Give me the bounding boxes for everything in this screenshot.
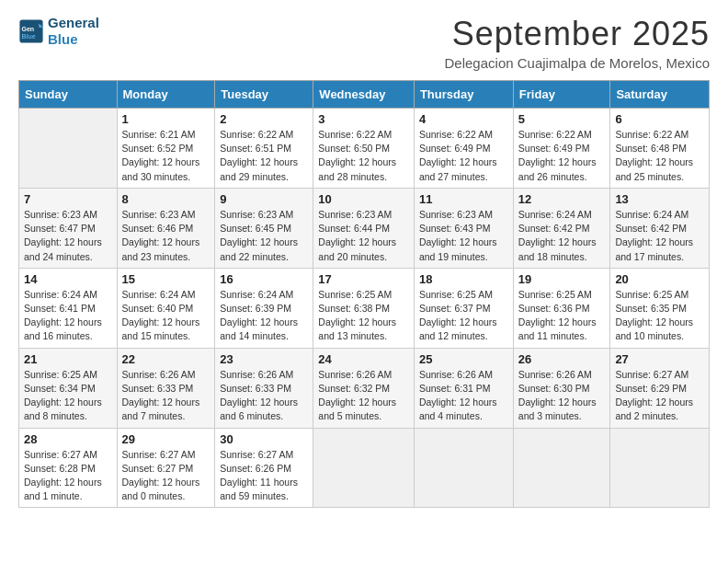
day-number: 11 <box>419 192 508 206</box>
day-info: Sunrise: 6:22 AMSunset: 6:50 PMDaylight:… <box>318 128 409 184</box>
day-info: Sunrise: 6:27 AMSunset: 6:26 PMDaylight:… <box>220 448 308 504</box>
day-info: Sunrise: 6:21 AMSunset: 6:52 PMDaylight:… <box>122 128 210 184</box>
day-info: Sunrise: 6:26 AMSunset: 6:33 PMDaylight:… <box>220 368 308 424</box>
header-friday: Friday <box>513 81 610 109</box>
day-number: 10 <box>318 192 409 206</box>
day-info: Sunrise: 6:25 AMSunset: 6:35 PMDaylight:… <box>615 288 704 344</box>
title-block: September 2025 Delegacion Cuajimalpa de … <box>445 15 710 71</box>
header-thursday: Thursday <box>414 81 513 109</box>
calendar-cell: 11Sunrise: 6:23 AMSunset: 6:43 PMDayligh… <box>414 188 513 268</box>
day-info: Sunrise: 6:26 AMSunset: 6:31 PMDaylight:… <box>419 368 508 424</box>
day-info: Sunrise: 6:22 AMSunset: 6:51 PMDaylight:… <box>220 128 308 184</box>
calendar-cell <box>610 428 710 508</box>
calendar-week-4: 21Sunrise: 6:25 AMSunset: 6:34 PMDayligh… <box>19 348 710 428</box>
calendar-cell <box>513 428 610 508</box>
day-number: 30 <box>220 432 308 446</box>
calendar-cell: 28Sunrise: 6:27 AMSunset: 6:28 PMDayligh… <box>19 428 118 508</box>
day-number: 2 <box>220 112 308 126</box>
calendar-cell: 29Sunrise: 6:27 AMSunset: 6:27 PMDayligh… <box>117 428 215 508</box>
calendar-cell: 22Sunrise: 6:26 AMSunset: 6:33 PMDayligh… <box>117 348 215 428</box>
calendar-cell: 16Sunrise: 6:24 AMSunset: 6:39 PMDayligh… <box>215 268 313 348</box>
logo-icon: Gen Blue <box>18 18 44 44</box>
calendar-cell: 6Sunrise: 6:22 AMSunset: 6:48 PMDaylight… <box>610 109 710 189</box>
day-info: Sunrise: 6:23 AMSunset: 6:44 PMDaylight:… <box>318 208 409 264</box>
day-number: 25 <box>419 352 508 366</box>
calendar-week-2: 7Sunrise: 6:23 AMSunset: 6:47 PMDaylight… <box>19 188 710 268</box>
calendar-week-1: 1Sunrise: 6:21 AMSunset: 6:52 PMDaylight… <box>19 109 710 189</box>
day-number: 8 <box>122 192 210 206</box>
calendar-cell: 5Sunrise: 6:22 AMSunset: 6:49 PMDaylight… <box>513 109 610 189</box>
day-info: Sunrise: 6:26 AMSunset: 6:33 PMDaylight:… <box>122 368 210 424</box>
day-info: Sunrise: 6:27 AMSunset: 6:28 PMDaylight:… <box>24 448 112 504</box>
day-number: 26 <box>518 352 606 366</box>
svg-text:Gen: Gen <box>22 26 35 32</box>
day-info: Sunrise: 6:23 AMSunset: 6:45 PMDaylight:… <box>220 208 308 264</box>
day-info: Sunrise: 6:22 AMSunset: 6:48 PMDaylight:… <box>615 128 704 184</box>
page-header: Gen Blue General Blue September 2025 Del… <box>18 15 710 71</box>
day-info: Sunrise: 6:24 AMSunset: 6:39 PMDaylight:… <box>220 288 308 344</box>
header-wednesday: Wednesday <box>313 81 415 109</box>
header-monday: Monday <box>117 81 215 109</box>
calendar-cell: 10Sunrise: 6:23 AMSunset: 6:44 PMDayligh… <box>313 188 415 268</box>
day-info: Sunrise: 6:22 AMSunset: 6:49 PMDaylight:… <box>518 128 606 184</box>
day-info: Sunrise: 6:27 AMSunset: 6:29 PMDaylight:… <box>615 368 704 424</box>
day-number: 12 <box>518 192 606 206</box>
header-tuesday: Tuesday <box>215 81 313 109</box>
day-number: 16 <box>220 272 308 286</box>
calendar-week-3: 14Sunrise: 6:24 AMSunset: 6:41 PMDayligh… <box>19 268 710 348</box>
calendar-cell: 18Sunrise: 6:25 AMSunset: 6:37 PMDayligh… <box>414 268 513 348</box>
day-info: Sunrise: 6:25 AMSunset: 6:38 PMDaylight:… <box>318 288 409 344</box>
day-info: Sunrise: 6:26 AMSunset: 6:32 PMDaylight:… <box>318 368 409 424</box>
calendar-table: SundayMondayTuesdayWednesdayThursdayFrid… <box>18 80 710 508</box>
calendar-cell: 1Sunrise: 6:21 AMSunset: 6:52 PMDaylight… <box>117 109 215 189</box>
day-number: 29 <box>122 432 210 446</box>
day-info: Sunrise: 6:26 AMSunset: 6:30 PMDaylight:… <box>518 368 606 424</box>
svg-text:Blue: Blue <box>22 33 36 40</box>
calendar-cell: 23Sunrise: 6:26 AMSunset: 6:33 PMDayligh… <box>215 348 313 428</box>
calendar-header-row: SundayMondayTuesdayWednesdayThursdayFrid… <box>19 81 710 109</box>
day-info: Sunrise: 6:22 AMSunset: 6:49 PMDaylight:… <box>419 128 508 184</box>
calendar-cell: 9Sunrise: 6:23 AMSunset: 6:45 PMDaylight… <box>215 188 313 268</box>
day-info: Sunrise: 6:23 AMSunset: 6:47 PMDaylight:… <box>24 208 112 264</box>
day-number: 3 <box>318 112 409 126</box>
day-info: Sunrise: 6:25 AMSunset: 6:36 PMDaylight:… <box>518 288 606 344</box>
logo: Gen Blue General Blue <box>18 15 99 48</box>
day-number: 22 <box>122 352 210 366</box>
day-number: 14 <box>24 272 112 286</box>
day-info: Sunrise: 6:23 AMSunset: 6:43 PMDaylight:… <box>419 208 508 264</box>
month-title: September 2025 <box>445 15 710 53</box>
day-info: Sunrise: 6:24 AMSunset: 6:42 PMDaylight:… <box>518 208 606 264</box>
day-number: 17 <box>318 272 409 286</box>
day-info: Sunrise: 6:24 AMSunset: 6:41 PMDaylight:… <box>24 288 112 344</box>
day-info: Sunrise: 6:25 AMSunset: 6:34 PMDaylight:… <box>24 368 112 424</box>
day-number: 20 <box>615 272 704 286</box>
day-info: Sunrise: 6:23 AMSunset: 6:46 PMDaylight:… <box>122 208 210 264</box>
header-sunday: Sunday <box>19 81 118 109</box>
calendar-cell <box>19 109 118 189</box>
calendar-cell: 20Sunrise: 6:25 AMSunset: 6:35 PMDayligh… <box>610 268 710 348</box>
calendar-cell <box>414 428 513 508</box>
calendar-cell: 12Sunrise: 6:24 AMSunset: 6:42 PMDayligh… <box>513 188 610 268</box>
calendar-cell: 26Sunrise: 6:26 AMSunset: 6:30 PMDayligh… <box>513 348 610 428</box>
calendar-week-5: 28Sunrise: 6:27 AMSunset: 6:28 PMDayligh… <box>19 428 710 508</box>
calendar-cell: 7Sunrise: 6:23 AMSunset: 6:47 PMDaylight… <box>19 188 118 268</box>
calendar-cell: 14Sunrise: 6:24 AMSunset: 6:41 PMDayligh… <box>19 268 118 348</box>
day-number: 7 <box>24 192 112 206</box>
day-number: 4 <box>419 112 508 126</box>
calendar-cell: 24Sunrise: 6:26 AMSunset: 6:32 PMDayligh… <box>313 348 415 428</box>
day-number: 6 <box>615 112 704 126</box>
day-number: 15 <box>122 272 210 286</box>
day-info: Sunrise: 6:24 AMSunset: 6:40 PMDaylight:… <box>122 288 210 344</box>
day-number: 13 <box>615 192 704 206</box>
day-number: 9 <box>220 192 308 206</box>
day-info: Sunrise: 6:27 AMSunset: 6:27 PMDaylight:… <box>122 448 210 504</box>
calendar-cell <box>313 428 415 508</box>
day-number: 1 <box>122 112 210 126</box>
day-number: 23 <box>220 352 308 366</box>
calendar-cell: 27Sunrise: 6:27 AMSunset: 6:29 PMDayligh… <box>610 348 710 428</box>
day-number: 24 <box>318 352 409 366</box>
day-info: Sunrise: 6:25 AMSunset: 6:37 PMDaylight:… <box>419 288 508 344</box>
calendar-cell: 21Sunrise: 6:25 AMSunset: 6:34 PMDayligh… <box>19 348 118 428</box>
day-info: Sunrise: 6:24 AMSunset: 6:42 PMDaylight:… <box>615 208 704 264</box>
calendar-cell: 25Sunrise: 6:26 AMSunset: 6:31 PMDayligh… <box>414 348 513 428</box>
